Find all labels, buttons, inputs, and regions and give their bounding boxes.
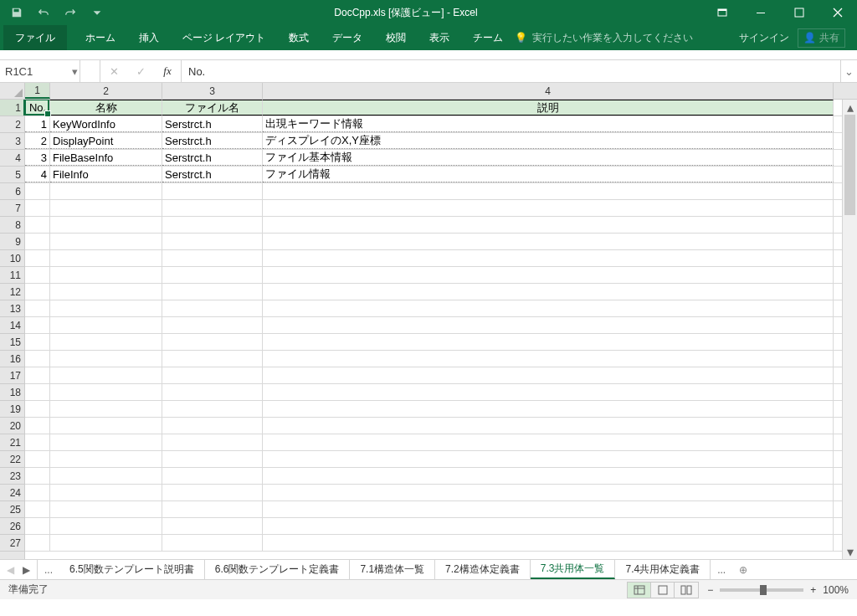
- cell[interactable]: [162, 250, 263, 266]
- zoom-out-button[interactable]: −: [707, 584, 713, 596]
- cell-file[interactable]: Serstrct.h: [162, 133, 263, 149]
- cell[interactable]: [162, 518, 263, 534]
- cell[interactable]: [263, 451, 834, 467]
- row-header[interactable]: 3: [0, 133, 24, 150]
- maximize-button[interactable]: [780, 0, 819, 25]
- expand-formula-bar-button[interactable]: ⌄: [840, 60, 857, 82]
- cell[interactable]: [25, 384, 50, 400]
- row-header[interactable]: 19: [0, 401, 24, 418]
- share-button[interactable]: 👤 共有: [798, 28, 845, 48]
- tab-data[interactable]: データ: [321, 25, 374, 50]
- row-header[interactable]: 11: [0, 267, 24, 284]
- cell[interactable]: [263, 183, 834, 199]
- row-header[interactable]: 14: [0, 317, 24, 334]
- cell-name[interactable]: FileBaseInfo: [50, 150, 162, 166]
- zoom-slider[interactable]: [720, 588, 803, 592]
- cell-file[interactable]: Serstrct.h: [162, 167, 263, 182]
- cell[interactable]: [25, 485, 50, 501]
- cell-name[interactable]: DisplayPoint: [50, 133, 162, 149]
- cell[interactable]: [162, 334, 263, 350]
- row-header[interactable]: 16: [0, 351, 24, 367]
- name-box[interactable]: R1C1 ▾: [0, 60, 80, 82]
- cell[interactable]: [50, 468, 162, 484]
- row-header[interactable]: 27: [0, 535, 24, 552]
- cell[interactable]: [50, 284, 162, 300]
- normal-view-button[interactable]: [628, 583, 651, 598]
- cell[interactable]: [50, 367, 162, 383]
- row-header[interactable]: 18: [0, 384, 24, 401]
- cell[interactable]: [162, 183, 263, 199]
- cell[interactable]: [50, 300, 162, 316]
- cell[interactable]: [50, 217, 162, 233]
- scroll-up-button[interactable]: ▴: [843, 100, 857, 115]
- cell[interactable]: [263, 501, 834, 517]
- cell[interactable]: [162, 351, 263, 367]
- zoom-level[interactable]: 100%: [823, 584, 849, 596]
- cell-desc[interactable]: 出現キーワード情報: [263, 116, 834, 132]
- cell[interactable]: [162, 468, 263, 484]
- cell[interactable]: [25, 234, 50, 249]
- sheet-tab[interactable]: 7.1構造体一覧: [350, 560, 435, 579]
- cancel-formula-button[interactable]: ✕: [100, 65, 127, 78]
- tab-formulas[interactable]: 数式: [277, 25, 321, 50]
- cells-area[interactable]: No. 名称 ファイル名 説明 1KeyWordInfoSerstrct.h出現…: [25, 100, 842, 559]
- chevron-down-icon[interactable]: ▾: [72, 65, 78, 78]
- cell[interactable]: [50, 535, 162, 551]
- minimize-button[interactable]: [742, 0, 780, 25]
- new-sheet-button[interactable]: ⊕: [732, 560, 754, 579]
- cell-no[interactable]: 1: [25, 116, 50, 132]
- row-header[interactable]: 1: [0, 100, 24, 116]
- row-header[interactable]: 9: [0, 234, 24, 250]
- row-header[interactable]: 21: [0, 434, 24, 451]
- page-break-view-button[interactable]: [675, 583, 698, 598]
- close-button[interactable]: [819, 0, 857, 25]
- cell[interactable]: [25, 267, 50, 283]
- row-header[interactable]: 10: [0, 250, 24, 267]
- sheet-more-right[interactable]: ...: [711, 560, 732, 579]
- row-header[interactable]: 2: [0, 116, 24, 133]
- cell[interactable]: [162, 267, 263, 283]
- cell[interactable]: [162, 200, 263, 216]
- cell[interactable]: [263, 250, 834, 266]
- cell[interactable]: [25, 300, 50, 316]
- cell-desc[interactable]: ディスプレイのX,Y座標: [263, 133, 834, 149]
- cell[interactable]: [25, 317, 50, 333]
- row-header[interactable]: 20: [0, 418, 24, 434]
- tab-page-layout[interactable]: ページ レイアウト: [171, 25, 277, 50]
- cell[interactable]: [25, 518, 50, 534]
- cell[interactable]: [263, 284, 834, 300]
- cell[interactable]: [162, 451, 263, 467]
- cell[interactable]: [25, 284, 50, 300]
- row-header[interactable]: 7: [0, 200, 24, 217]
- cell[interactable]: [162, 485, 263, 501]
- column-header[interactable]: 2: [50, 83, 162, 99]
- formula-input[interactable]: No.: [182, 60, 840, 82]
- row-header[interactable]: 25: [0, 501, 24, 518]
- cell[interactable]: [263, 317, 834, 333]
- cell[interactable]: [50, 518, 162, 534]
- cell[interactable]: [50, 485, 162, 501]
- cell[interactable]: [263, 485, 834, 501]
- cell[interactable]: [50, 183, 162, 199]
- redo-button[interactable]: [59, 2, 82, 23]
- row-header[interactable]: 4: [0, 150, 24, 167]
- cell[interactable]: [50, 501, 162, 517]
- cell[interactable]: [263, 217, 834, 233]
- scroll-thumb[interactable]: [844, 115, 855, 215]
- cell[interactable]: [162, 234, 263, 249]
- cell[interactable]: [50, 384, 162, 400]
- save-button[interactable]: [5, 2, 28, 23]
- cell[interactable]: [263, 267, 834, 283]
- row-header[interactable]: 24: [0, 485, 24, 501]
- cell[interactable]: [50, 334, 162, 350]
- cell[interactable]: [50, 317, 162, 333]
- cell[interactable]: [50, 401, 162, 417]
- cell[interactable]: [162, 418, 263, 434]
- cell[interactable]: [25, 451, 50, 467]
- cell[interactable]: [263, 367, 834, 383]
- row-header[interactable]: 26: [0, 518, 24, 535]
- header-name[interactable]: 名称: [50, 100, 162, 116]
- cell[interactable]: [25, 367, 50, 383]
- cell-file[interactable]: Serstrct.h: [162, 116, 263, 132]
- cell[interactable]: [25, 401, 50, 417]
